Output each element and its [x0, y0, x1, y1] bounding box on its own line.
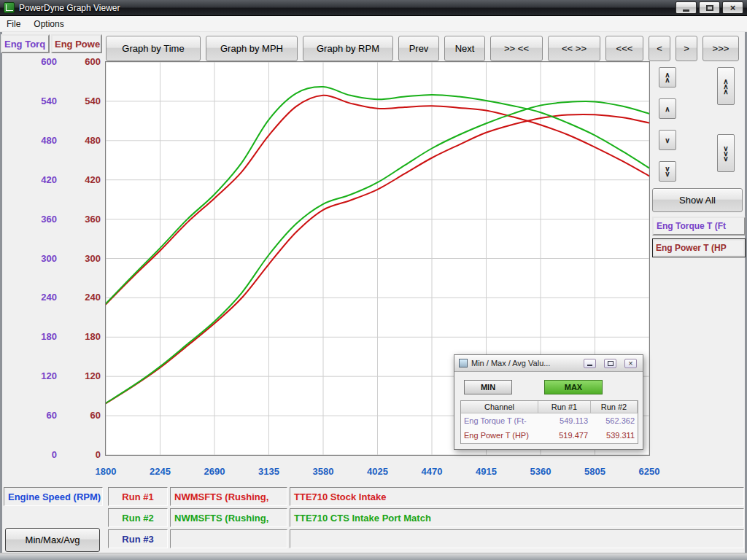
run1-source-field[interactable]: NWMSFTS (Rushing,	[170, 487, 287, 506]
maximize-icon	[706, 5, 713, 11]
legend-torque-channel[interactable]: Eng Torque T (Ft	[652, 217, 746, 236]
x-tick: 6250	[631, 466, 667, 478]
minimize-icon	[587, 365, 592, 366]
zoom-out-x-button[interactable]: << >>	[548, 36, 600, 61]
y-tick-torque: 540	[23, 95, 57, 108]
torque-channel-label: Eng Torque T (Ft-	[461, 416, 538, 425]
y-tick-torque: 240	[23, 291, 57, 304]
y-tick-torque: 420	[23, 174, 57, 187]
close-button[interactable]: ×	[722, 1, 743, 14]
scroll-down-y-button[interactable]: ∨	[659, 130, 676, 150]
expand-y-scale-button[interactable]: ∧ ∧ ∧	[717, 67, 735, 105]
channel-tab-power[interactable]: Eng Powe	[51, 34, 102, 53]
app-window: PowerDyne Graph Viewer × File Options En…	[0, 0, 747, 560]
minmax-window-icon	[459, 359, 468, 368]
minmax-minimize-button[interactable]	[584, 359, 596, 368]
minmax-close-button[interactable]: ×	[624, 359, 637, 368]
minmax-window-titlebar[interactable]: Min / Max / Avg Valu... ×	[454, 355, 643, 372]
run3-note-field[interactable]	[290, 529, 744, 548]
column-header-run2: Run #2	[591, 401, 638, 413]
show-all-button[interactable]: Show All	[652, 188, 743, 212]
x-tick: 5360	[522, 466, 559, 478]
app-icon	[4, 2, 15, 13]
titlebar[interactable]: PowerDyne Graph Viewer ×	[0, 0, 747, 16]
minmax-avg-button[interactable]: Min/Max/Avg	[5, 528, 100, 552]
y-tick-torque: 300	[23, 252, 57, 265]
minmax-table-header: Channel Run #1 Run #2	[461, 401, 638, 413]
y-tick-power: 420	[67, 174, 101, 187]
graph-by-mph-button[interactable]: Graph by MPH	[206, 36, 298, 61]
y-tick-torque: 360	[23, 213, 57, 226]
minmax-window-title: Min / Max / Avg Valu...	[471, 359, 584, 368]
x-tick: 2245	[142, 466, 179, 478]
zoom-out-y-button[interactable]: ∨ ∨	[659, 161, 676, 182]
max-toggle-button[interactable]: MAX	[544, 380, 603, 394]
run2-label[interactable]: Run #2	[108, 508, 168, 527]
y-tick-power: 600	[67, 55, 101, 69]
minmax-window-controls: ×	[584, 359, 637, 368]
power-run1-max-value: 519.477	[538, 431, 591, 440]
run1-note-field[interactable]: TTE710 Stock Intake	[290, 487, 744, 506]
x-tick: 2690	[196, 466, 233, 478]
shrink-y-scale-button[interactable]: ∨ ∨ ∨	[717, 134, 735, 172]
window-frame-bottom	[0, 553, 747, 560]
chevron-down-icon: ∨	[723, 156, 728, 161]
graph-by-rpm-button[interactable]: Graph by RPM	[303, 36, 393, 61]
menubar: File Options	[0, 16, 747, 32]
chevron-down-icon: ∨	[665, 171, 670, 176]
y-tick-torque: 0	[23, 448, 57, 462]
y-tick-torque: 60	[23, 409, 57, 422]
power-channel-label: Eng Power T (HP)	[461, 431, 538, 440]
min-toggle-button[interactable]: MIN	[464, 380, 512, 394]
minmax-restore-button[interactable]	[604, 359, 616, 368]
x-tick: 5805	[577, 466, 614, 478]
minmax-window-body: MIN MAX Channel Run #1 Run #2 Eng Torque…	[454, 372, 643, 449]
maximize-button[interactable]	[699, 1, 720, 14]
torque-run1-max-value: 549.113	[538, 416, 591, 425]
channel-tab-torque[interactable]: Eng Torq	[1, 34, 50, 53]
scroll-right-fast-button[interactable]: >>>	[703, 36, 739, 61]
run1-label[interactable]: Run #1	[108, 487, 168, 506]
restore-icon	[608, 361, 614, 366]
prev-button[interactable]: Prev	[398, 36, 439, 61]
run2-note-field[interactable]: TTE710 CTS Intake Port Match	[290, 508, 744, 527]
y-tick-power: 240	[67, 291, 101, 304]
y-tick-torque: 600	[23, 55, 57, 69]
legend-power-channel[interactable]: Eng Power T (HP	[652, 238, 746, 257]
x-channel-field[interactable]: Engine Speed (RPM)	[4, 487, 103, 506]
chevron-up-icon: ∧	[665, 106, 670, 112]
scroll-left-fast-button[interactable]: <<<	[605, 36, 643, 61]
minimize-button[interactable]	[676, 1, 697, 14]
column-header-channel: Channel	[461, 401, 538, 413]
chevron-up-icon: ∧	[723, 89, 728, 94]
scroll-left-button[interactable]: <	[649, 36, 670, 61]
y-tick-power: 480	[67, 134, 101, 147]
zoom-in-x-button[interactable]: >> <<	[490, 36, 543, 61]
y-tick-power: 360	[67, 213, 101, 226]
menu-options[interactable]: Options	[27, 17, 70, 31]
toolbar: Graph by Time Graph by MPH Graph by RPM …	[106, 36, 739, 61]
run3-label[interactable]: Run #3	[108, 529, 168, 548]
graph-by-time-button[interactable]: Graph by Time	[106, 36, 201, 61]
run3-source-field[interactable]	[170, 529, 287, 548]
zoom-in-y-button[interactable]: ∧ ∧	[659, 67, 676, 88]
y-tick-torque: 480	[23, 134, 57, 147]
y-tick-torque: 120	[23, 370, 57, 383]
table-row-torque: Eng Torque T (Ft- 549.113 562.362	[461, 413, 638, 428]
next-button[interactable]: Next	[444, 36, 485, 61]
y-tick-power: 120	[67, 370, 101, 383]
window-controls: ×	[676, 1, 743, 14]
x-tick: 4025	[360, 466, 396, 478]
scroll-right-button[interactable]: >	[676, 36, 697, 61]
table-row-power: Eng Power T (HP) 519.477 539.311	[461, 428, 638, 443]
y-tick-power: 0	[67, 448, 101, 462]
torque-run2-max-value: 562.362	[591, 416, 638, 425]
menu-file[interactable]: File	[0, 17, 27, 31]
x-tick: 4470	[414, 466, 450, 478]
minmax-table: Channel Run #1 Run #2 Eng Torque T (Ft- …	[460, 400, 638, 444]
window-frame-left	[0, 16, 2, 553]
run2-source-field[interactable]: NWMSFTS (Rushing,	[170, 508, 287, 527]
power-run2-max-value: 539.311	[591, 431, 638, 440]
chevron-down-icon: ∨	[665, 138, 670, 143]
scroll-up-y-button[interactable]: ∧	[659, 98, 676, 119]
